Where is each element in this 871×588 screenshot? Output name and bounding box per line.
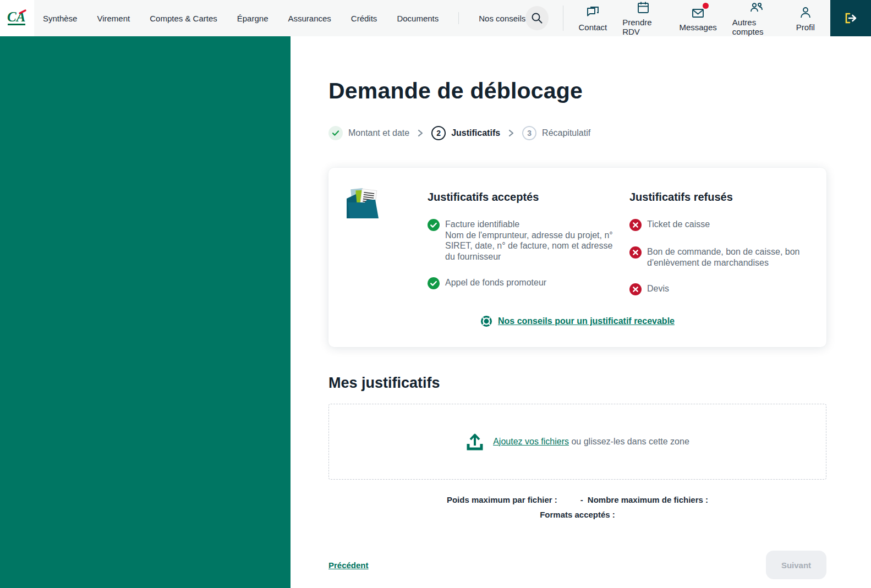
range-separator: -	[580, 495, 583, 504]
logout-icon	[841, 9, 860, 28]
main-content: Demande de déblocage Montant et date 2 J…	[291, 36, 871, 588]
credit-agricole-logo-icon: CA	[7, 9, 28, 28]
accepted-item: Appel de fonds promoteur	[428, 277, 617, 289]
accepted-item: Facture identifiable Nom de l'emprunteur…	[428, 219, 617, 262]
chat-icon	[585, 4, 600, 20]
x-circle-icon	[629, 219, 642, 231]
step-label: Récapitulatif	[542, 128, 590, 138]
nav-documents[interactable]: Documents	[397, 14, 439, 23]
formats-label: Formats acceptés :	[540, 510, 615, 519]
refused-item: Devis	[629, 283, 810, 295]
accepted-item-title: Appel de fonds promoteur	[445, 277, 546, 289]
next-button[interactable]: Suivant	[766, 551, 826, 579]
refused-title: Justificatifs refusés	[629, 191, 810, 204]
top-header: CA Synthèse Virement Comptes & Cartes Ép…	[0, 0, 871, 36]
step-upcoming-circle: 3	[522, 126, 536, 140]
contact-button[interactable]: Contact	[571, 0, 615, 36]
accepted-column: Justificatifs acceptés Facture identifia…	[428, 182, 617, 295]
main-nav: Synthèse Virement Comptes & Cartes Éparg…	[34, 0, 525, 36]
nav-divider	[458, 12, 459, 24]
nav-credits[interactable]: Crédits	[351, 14, 377, 23]
search-button[interactable]	[525, 6, 548, 30]
advice-link[interactable]: Nos conseils pour un justificatif receva…	[498, 316, 675, 326]
bank-logo[interactable]: CA	[0, 0, 34, 36]
limits-line-1: Poids maximum par fichier :-Nombre maxim…	[328, 493, 826, 508]
page-title: Demande de déblocage	[328, 78, 826, 104]
profil-button[interactable]: Profil	[788, 0, 823, 36]
autres-comptes-button[interactable]: Autres comptes	[725, 0, 788, 36]
nav-comptes-cartes[interactable]: Comptes & Cartes	[150, 14, 217, 23]
envelope-icon	[691, 4, 705, 20]
limits-line-2: Formats acceptés :	[328, 508, 826, 523]
nav-assurances[interactable]: Assurances	[288, 14, 331, 23]
app-body: Demande de déblocage Montant et date 2 J…	[0, 36, 871, 588]
header-actions: Contact Prendre RDV Messages	[571, 0, 823, 36]
step-montant-et-date[interactable]: Montant et date	[328, 126, 409, 140]
folder-documents-icon	[345, 184, 381, 295]
check-icon	[332, 130, 339, 136]
check-circle-icon	[428, 219, 440, 231]
advice-row: Nos conseils pour un justificatif receva…	[345, 315, 810, 327]
previous-link[interactable]: Précédent	[328, 560, 369, 570]
refused-item-text: Devis	[647, 283, 669, 295]
nav-synthese[interactable]: Synthèse	[43, 14, 78, 23]
check-circle-icon	[428, 277, 440, 289]
upload-limits: Poids maximum par fichier :-Nombre maxim…	[328, 493, 826, 522]
nav-virement[interactable]: Virement	[97, 14, 130, 23]
contact-label: Contact	[579, 23, 607, 32]
max-size-label: Poids maximum par fichier :	[447, 495, 557, 504]
messages-label: Messages	[679, 23, 716, 32]
messages-button[interactable]: Messages	[671, 0, 724, 36]
justificatifs-info-card: Justificatifs acceptés Facture identifia…	[328, 168, 826, 347]
users-icon	[749, 0, 764, 15]
add-files-link[interactable]: Ajoutez vos fichiers	[493, 437, 569, 446]
accepted-item-detail: Nom de l'emprunteur, adresse du projet, …	[445, 230, 613, 261]
x-circle-icon	[629, 246, 642, 259]
prendre-rdv-label: Prendre RDV	[622, 18, 664, 36]
refused-item: Bon de commande, bon de caisse, bon d'en…	[629, 246, 810, 268]
drop-hint-text: ou glissez-les dans cette zone	[571, 437, 689, 446]
search-icon	[530, 11, 544, 25]
stepper: Montant et date 2 Justificatifs 3 Récapi…	[328, 126, 826, 140]
logout-button[interactable]	[830, 0, 871, 36]
upload-icon	[465, 432, 484, 451]
nav-epargne[interactable]: Épargne	[237, 14, 269, 23]
x-circle-icon	[629, 283, 642, 295]
file-dropzone[interactable]: Ajoutez vos fichiers ou glissez-les dans…	[328, 404, 826, 480]
autres-comptes-label: Autres comptes	[732, 18, 781, 36]
accepted-title: Justificatifs acceptés	[428, 191, 617, 204]
notification-dot	[703, 3, 709, 9]
accepted-item-title: Facture identifiable	[445, 219, 519, 229]
max-files-label: Nombre maximum de fichiers :	[588, 495, 708, 504]
header-divider	[563, 6, 563, 31]
refused-item-text: Bon de commande, bon de caisse, bon d'en…	[647, 246, 810, 268]
user-icon	[798, 4, 813, 20]
wizard-footer: Précédent Suivant	[328, 551, 826, 579]
profil-label: Profil	[796, 23, 815, 32]
lifebuoy-icon	[480, 315, 492, 327]
nav-nos-conseils[interactable]: Nos conseils	[479, 14, 525, 23]
step-done-circle	[328, 126, 343, 140]
chevron-right-icon	[417, 129, 424, 137]
teal-sidebar-panel	[0, 36, 291, 588]
refused-item: Ticket de caisse	[629, 219, 810, 231]
calendar-icon	[636, 0, 650, 15]
refused-column: Justificatifs refusés Ticket de caisse	[629, 182, 810, 295]
step-label: Justificatifs	[451, 128, 500, 138]
refused-item-text: Ticket de caisse	[647, 219, 710, 231]
chevron-right-icon	[508, 129, 514, 137]
step-justificatifs: 2 Justificatifs	[431, 126, 500, 140]
step-current-circle: 2	[431, 126, 446, 140]
prendre-rdv-button[interactable]: Prendre RDV	[615, 0, 671, 36]
mes-justificatifs-title: Mes justificatifs	[328, 375, 826, 392]
step-recapitulatif: 3 Récapitulatif	[522, 126, 590, 140]
step-label: Montant et date	[348, 128, 409, 138]
